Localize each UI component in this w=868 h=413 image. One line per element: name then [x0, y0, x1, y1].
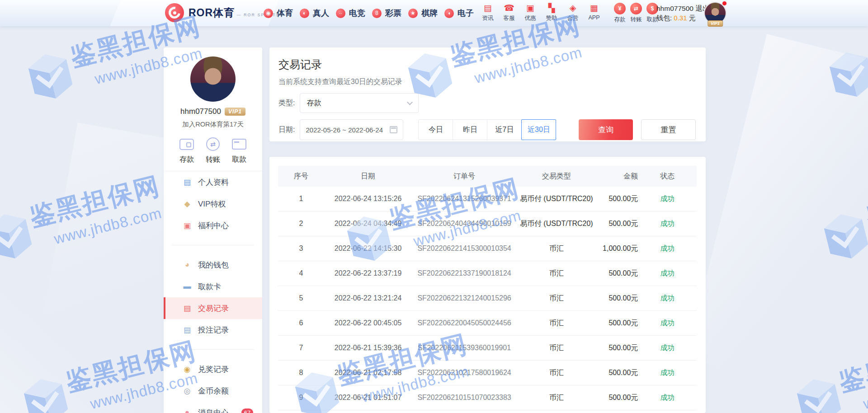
user-avatar[interactable]: VIP1 — [704, 2, 726, 24]
top-navbar: ROR体育 — ROR SPORTS — ◉体育◐真人∙∙电竞8彩票★棋牌◖电子… — [0, 0, 868, 26]
page-title: 交易记录 — [278, 57, 696, 72]
sidebar-vip-badge: VIP1 — [225, 108, 245, 116]
table-row: 22022-06-24 04:34:49SF202206240434490010… — [278, 211, 697, 236]
cell-order_no: SF202206221415300010354 — [412, 244, 517, 253]
sidebar-item-welfare[interactable]: ▣福利中心 — [164, 215, 262, 236]
cell-amount: 500.00元 — [596, 194, 638, 204]
date-range-input[interactable]: 2022-05-26 ~ 2022-06-24 — [300, 119, 403, 140]
sports-icon: ◉ — [264, 9, 273, 18]
cell-seq: 6 — [278, 319, 324, 327]
feature-label: APP — [588, 14, 599, 21]
sidebar-item-profile[interactable]: ▤个人资料 — [164, 171, 262, 193]
sidebar-item-coin[interactable]: ◎金币余额 — [164, 380, 262, 402]
sidebar-avatar[interactable] — [190, 56, 236, 102]
nav-item-live[interactable]: ◐真人 — [300, 8, 329, 19]
menu-group: ◉兑奖记录◎金币余额●消息中心67 — [164, 358, 262, 413]
cell-amount: 500.00元 — [596, 319, 638, 328]
sidebar-item-bet[interactable]: ▤投注记录 — [164, 319, 262, 341]
range-button-近7日[interactable]: 近7日 — [487, 119, 522, 140]
menu-group: ◕我的钱包▬取款卡▤交易记录▤投注记录 — [164, 254, 262, 341]
sidebar-item-message[interactable]: ●消息中心67 — [164, 402, 262, 413]
column-header: 日期 — [324, 172, 412, 181]
nav-item-lottery[interactable]: 8彩票 — [372, 8, 401, 19]
sidebar-item-wallet[interactable]: ◕我的钱包 — [164, 254, 262, 276]
range-button-今日[interactable]: 今日 — [418, 119, 453, 140]
promo-icon: ▣ — [526, 2, 534, 14]
sidebar-item-label: 福利中心 — [198, 221, 229, 231]
cell-status: 成功 — [638, 194, 697, 204]
cell-type: 易币付 (USDT/TRC20) — [517, 194, 596, 204]
transactions-table: 序号日期订单号交易类型金额状态 12022-06-24 13:15:26SF20… — [278, 166, 697, 410]
table-row: 52022-06-22 13:21:24SF202206221321240015… — [278, 286, 697, 311]
cell-date: 2022-06-24 04:34:49 — [324, 220, 412, 228]
wallet-unit: 元 — [689, 14, 696, 22]
cell-order_no: SF202206211539360019901 — [412, 344, 517, 352]
quick-transfer[interactable]: ⇄转账 — [628, 3, 644, 23]
cell-status: 成功 — [638, 343, 697, 353]
table-row: 72022-06-21 15:39:36SF202206211539360019… — [278, 336, 697, 361]
feature-service[interactable]: ☎客服 — [499, 2, 519, 22]
notification-dot — [722, 1, 727, 6]
app-icon: ▦ — [590, 2, 598, 14]
quick-deposit[interactable]: ¥存款 — [612, 3, 628, 23]
feature-partner[interactable]: ◈合营 — [563, 2, 583, 22]
sidebar-action-transfer-circle[interactable]: ⇄转账 — [202, 136, 224, 164]
reset-button[interactable]: 重置 — [641, 119, 696, 140]
sidebar-item-label: 取款卡 — [198, 282, 221, 292]
cell-date: 2022-06-22 13:37:19 — [324, 269, 412, 277]
feature-news[interactable]: ▤资讯 — [478, 2, 498, 22]
sidebar-item-vip[interactable]: ◆VIP特权 — [164, 193, 262, 215]
service-icon: ☎ — [504, 2, 514, 14]
column-header: 金额 — [596, 172, 638, 181]
profile-icon: ▤ — [183, 178, 192, 187]
table-row: 12022-06-24 13:15:26SF202206241315260039… — [278, 187, 697, 211]
menu-divider — [172, 245, 254, 245]
sidebar-action-label: 转账 — [206, 155, 220, 164]
vip-icon: ◆ — [183, 199, 192, 209]
welfare-icon: ▣ — [183, 221, 192, 230]
sidebar-item-label: 投注记录 — [198, 325, 229, 335]
lottery-icon: 8 — [372, 9, 382, 18]
cell-type: 币汇 — [517, 269, 596, 278]
nav-item-electronic[interactable]: ◖电子 — [444, 8, 474, 19]
feature-sponsor[interactable]: ▚赞助 — [542, 2, 561, 22]
cell-seq: 8 — [278, 369, 324, 377]
live-icon: ◐ — [300, 9, 309, 18]
range-button-近30日[interactable]: 近30日 — [521, 119, 556, 140]
quick-action-label: 转账 — [631, 16, 642, 23]
news-icon: ▤ — [484, 2, 492, 14]
sidebar-item-card[interactable]: ▬取款卡 — [164, 276, 262, 297]
sidebar-item-label: 金币余额 — [198, 386, 229, 396]
type-select[interactable]: 存款 — [300, 93, 419, 113]
feature-label: 赞助 — [546, 14, 557, 22]
join-days-text: 加入ROR体育第17天 — [164, 120, 262, 129]
wallet-label: 钱包: — [656, 14, 672, 22]
cell-date: 2022-06-21 01:51:07 — [324, 394, 412, 402]
sidebar-action-deposit-wallet[interactable]: 存款 — [175, 136, 198, 164]
nav-item-sports[interactable]: ◉体育 — [264, 8, 293, 19]
feature-label: 合营 — [567, 14, 579, 22]
wallet-amount: 0.31 — [674, 14, 687, 22]
user-info: hhm077500 退出 钱包: 0.31 元 — [656, 4, 709, 23]
cell-order_no: SF202206221321240015296 — [412, 294, 517, 302]
nav-item-label: 体育 — [277, 8, 293, 19]
feature-promo[interactable]: ▣优惠 — [520, 2, 540, 22]
search-button[interactable]: 查询 — [579, 119, 633, 140]
range-button-昨日[interactable]: 昨日 — [453, 119, 487, 140]
feature-app[interactable]: ▦APP — [584, 2, 604, 22]
cell-type: 币汇 — [517, 393, 596, 403]
menu-divider — [172, 349, 254, 350]
sidebar-item-label: 交易记录 — [198, 303, 229, 314]
transaction-icon: ▤ — [183, 304, 192, 313]
transfer-circle-icon: ⇄ — [206, 136, 220, 152]
sidebar-action-label: 取款 — [232, 155, 246, 164]
sidebar-item-label: 个人资料 — [198, 177, 229, 188]
nav-item-chess[interactable]: ★棋牌 — [408, 8, 438, 19]
cell-order_no: SF202206241315260039371 — [412, 195, 517, 203]
sidebar-item-transaction[interactable]: ▤交易记录 — [164, 297, 262, 319]
cell-amount: 500.00元 — [596, 294, 638, 303]
nav-item-esports[interactable]: ∙∙电竞 — [336, 8, 365, 19]
cell-date: 2022-06-22 00:45:05 — [324, 319, 412, 327]
sidebar-action-withdraw-card[interactable]: 取款 — [228, 136, 250, 164]
sidebar-item-prize[interactable]: ◉兑奖记录 — [164, 358, 262, 380]
